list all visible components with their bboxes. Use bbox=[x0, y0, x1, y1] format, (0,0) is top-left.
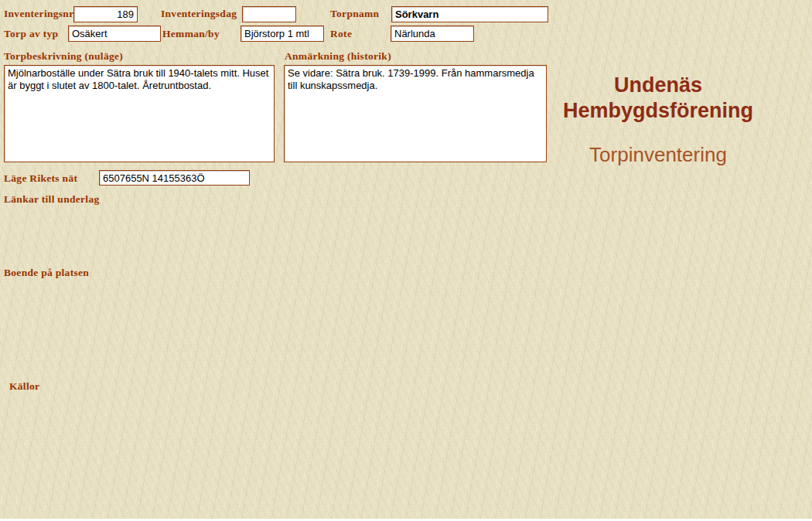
kallor-label: Källor bbox=[9, 380, 39, 393]
hemman-by-label: Hemman/by bbox=[162, 28, 220, 40]
organization-title-line1: Undenäs bbox=[550, 73, 766, 98]
torp-av-typ-label: Torp av typ bbox=[4, 28, 58, 40]
organization-title: Undenäs Hembygdsförening bbox=[550, 73, 766, 124]
lage-rikets-nat-label: Läge Rikets nät bbox=[4, 172, 77, 185]
torpnamn-label: Torpnamn bbox=[330, 8, 379, 20]
anmarkning-textarea[interactable]: Se vidare: Sätra bruk. 1739-1999. Från h… bbox=[284, 65, 547, 162]
boende-pa-platsen-label: Boende på platsen bbox=[4, 267, 89, 279]
inventeringsnr-label: Inventeringsnr bbox=[4, 8, 73, 20]
page-subtitle: Torpinventering bbox=[550, 143, 766, 167]
lage-rikets-nat-field[interactable] bbox=[99, 170, 250, 186]
torpinventering-form-page: Inventeringsnr Inventeringsdag Torpnamn … bbox=[0, 0, 812, 521]
torp-av-typ-field[interactable] bbox=[68, 26, 161, 42]
hemman-by-field[interactable] bbox=[241, 26, 324, 42]
torpbeskrivning-textarea[interactable]: Mjölnarboställe under Sätra bruk till 19… bbox=[4, 65, 275, 162]
torpnamn-field[interactable] bbox=[391, 6, 548, 22]
torpbeskrivning-label: Torpbeskrivning (nuläge) bbox=[4, 50, 123, 63]
inventeringsdag-label: Inventeringsdag bbox=[161, 8, 237, 20]
rote-field[interactable] bbox=[391, 26, 474, 42]
organization-title-line2: Hembygdsförening bbox=[550, 98, 766, 124]
inventeringsdag-field[interactable] bbox=[242, 6, 296, 22]
lankar-till-underlag-label: Länkar till underlag bbox=[4, 193, 100, 206]
anmarkning-label: Anmärkning (historik) bbox=[285, 50, 391, 63]
rote-label: Rote bbox=[330, 28, 352, 40]
inventeringsnr-field[interactable] bbox=[73, 6, 138, 22]
